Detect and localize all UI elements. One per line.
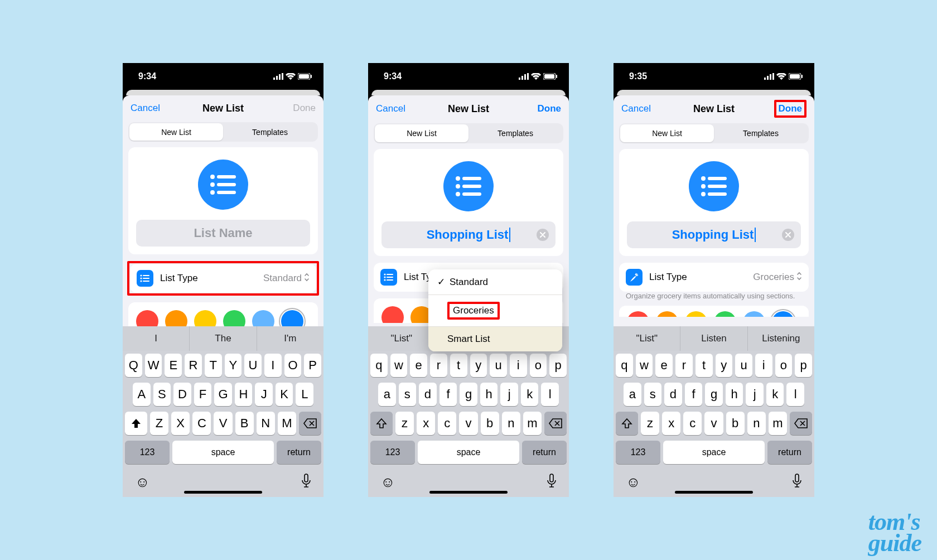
key[interactable]: p (549, 354, 567, 377)
key[interactable]: E (165, 354, 182, 377)
numbers-key[interactable]: 123 (370, 441, 415, 464)
key[interactable]: B (235, 412, 254, 435)
key[interactable]: Y (225, 354, 242, 377)
key[interactable]: f (439, 383, 457, 406)
home-indicator[interactable] (184, 491, 262, 494)
return-key[interactable]: return (767, 441, 812, 464)
done-button[interactable]: Done (538, 103, 562, 114)
key[interactable]: d (419, 383, 437, 406)
key[interactable]: N (257, 412, 275, 435)
list-icon-circle[interactable] (689, 161, 739, 211)
key[interactable]: s (644, 383, 662, 406)
list-type-row[interactable]: List Type Standard (130, 264, 316, 293)
key[interactable]: e (410, 354, 427, 377)
list-icon-circle[interactable] (198, 160, 248, 210)
seg-newlist[interactable]: New List (375, 124, 468, 142)
space-key[interactable]: space (663, 441, 765, 464)
key[interactable]: S (153, 383, 171, 406)
color-swatch-blue[interactable] (281, 310, 303, 326)
key[interactable]: n (747, 412, 766, 435)
segmented-control[interactable]: New List Templates (374, 123, 563, 143)
key[interactable]: H (235, 383, 253, 406)
seg-templates[interactable]: Templates (468, 124, 562, 142)
key[interactable]: I (264, 354, 282, 377)
dictation-key[interactable] (792, 474, 802, 490)
popup-item-standard[interactable]: ✓ Standard (428, 269, 562, 295)
seg-newlist[interactable]: New List (620, 124, 714, 142)
segmented-control[interactable]: New List Templates (619, 123, 809, 143)
prediction-1[interactable]: "List" (614, 326, 680, 351)
list-name-field[interactable]: Shopping List (381, 221, 556, 248)
numbers-key[interactable]: 123 (616, 441, 660, 464)
color-swatch-red[interactable] (381, 306, 404, 323)
key[interactable]: a (378, 383, 396, 406)
emoji-key[interactable]: ☺ (135, 474, 150, 491)
key[interactable]: t (450, 354, 467, 377)
key[interactable]: l (786, 383, 804, 406)
key[interactable]: Z (150, 412, 168, 435)
key[interactable]: i (755, 354, 772, 377)
key[interactable]: y (470, 354, 487, 377)
home-indicator[interactable] (675, 491, 753, 494)
seg-newlist[interactable]: New List (129, 123, 223, 141)
key[interactable]: i (510, 354, 527, 377)
key[interactable]: h (726, 383, 743, 406)
color-swatch-yellow[interactable] (194, 310, 216, 326)
home-indicator[interactable] (429, 491, 508, 494)
key[interactable]: q (616, 354, 633, 377)
shift-key[interactable] (125, 412, 147, 435)
key[interactable]: f (685, 383, 703, 406)
key[interactable]: h (480, 383, 498, 406)
key[interactable]: w (390, 354, 408, 377)
color-swatch-red[interactable] (136, 310, 158, 326)
key[interactable]: w (636, 354, 653, 377)
key[interactable]: V (214, 412, 232, 435)
key[interactable]: k (766, 383, 784, 406)
key[interactable]: x (662, 412, 680, 435)
color-swatch-orange[interactable] (165, 310, 187, 326)
key[interactable]: b (726, 412, 745, 435)
cancel-button[interactable]: Cancel (621, 103, 651, 114)
shift-key[interactable] (370, 412, 393, 435)
color-swatch-red[interactable] (627, 311, 649, 317)
seg-templates[interactable]: Templates (714, 124, 808, 142)
key[interactable]: t (695, 354, 713, 377)
key[interactable]: m (769, 412, 787, 435)
delete-key[interactable] (790, 412, 812, 435)
color-swatch-yellow[interactable] (685, 311, 707, 317)
popup-item-smartlist[interactable]: Smart List (428, 327, 562, 351)
return-key[interactable]: return (277, 441, 321, 464)
list-name-field[interactable]: List Name (136, 220, 310, 247)
key[interactable]: Q (125, 354, 142, 377)
key[interactable]: n (502, 412, 520, 435)
list-type-row[interactable]: List Type Groceries (619, 263, 809, 292)
key[interactable]: p (795, 354, 812, 377)
prediction-2[interactable]: The (190, 326, 257, 351)
key[interactable]: c (438, 412, 456, 435)
key[interactable]: x (417, 412, 435, 435)
key[interactable]: j (500, 383, 518, 406)
key[interactable]: r (430, 354, 447, 377)
clear-text-button[interactable] (537, 229, 549, 241)
key[interactable]: s (399, 383, 417, 406)
clear-text-button[interactable] (782, 229, 794, 241)
cancel-button[interactable]: Cancel (131, 103, 160, 114)
prediction-3[interactable]: Listening (748, 326, 814, 351)
key[interactable]: v (704, 412, 723, 435)
key[interactable]: u (735, 354, 752, 377)
key[interactable]: L (296, 383, 313, 406)
key[interactable]: b (481, 412, 499, 435)
key[interactable]: z (641, 412, 659, 435)
key[interactable]: g (705, 383, 723, 406)
key[interactable]: v (459, 412, 477, 435)
key[interactable]: j (746, 383, 764, 406)
color-swatch-green[interactable] (714, 311, 736, 317)
segmented-control[interactable]: New List Templates (128, 122, 318, 142)
key[interactable]: y (716, 354, 733, 377)
dictation-key[interactable] (301, 474, 311, 490)
key[interactable]: u (490, 354, 507, 377)
return-key[interactable]: return (522, 441, 567, 464)
shift-key[interactable] (616, 412, 638, 435)
key[interactable]: A (133, 383, 151, 406)
popup-item-groceries[interactable]: Groceries (428, 295, 562, 327)
